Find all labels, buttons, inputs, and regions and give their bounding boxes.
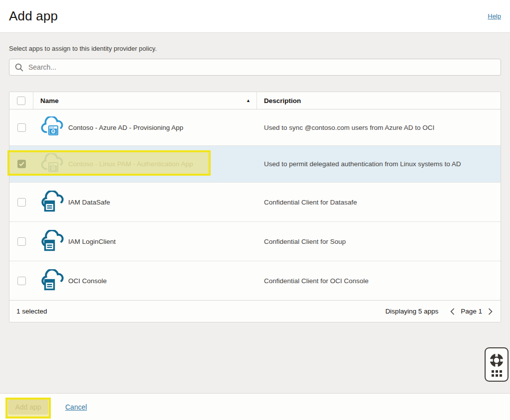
cloud-client-app-icon <box>40 191 66 213</box>
intro-text: Select apps to assign to this identity p… <box>9 45 501 52</box>
app-description: Used to permit delegated authentication … <box>264 160 461 168</box>
action-bar: Add app Cancel <box>0 393 510 420</box>
app-description: Confidential Client for Datasafe <box>264 199 357 206</box>
app-name: Contoso - Azure AD - Provisioning App <box>68 124 183 131</box>
life-ring-icon[interactable] <box>489 353 504 368</box>
page-title: Add app <box>9 8 58 24</box>
cloud-client-app-icon <box>40 270 66 292</box>
dialog-header: Add app Help <box>0 0 510 33</box>
app-grid-icon[interactable] <box>492 370 502 377</box>
row-checkbox[interactable] <box>17 160 26 168</box>
table-row[interactable]: OCI Console Confidential Client for OCI … <box>9 261 501 300</box>
displaying-count: Displaying 5 apps <box>385 308 439 315</box>
cancel-link[interactable]: Cancel <box>65 403 87 411</box>
sort-ascending-icon[interactable]: ▲ <box>246 98 251 103</box>
app-name: OCI Console <box>68 277 107 285</box>
app-name: IAM DataSafe <box>68 199 110 206</box>
search-box[interactable] <box>9 59 501 76</box>
table-row[interactable]: IAM DataSafe Confidential Client for Dat… <box>9 182 501 221</box>
row-checkbox[interactable] <box>17 198 26 207</box>
search-icon <box>14 63 23 72</box>
cloud-client-app-icon <box>40 230 66 252</box>
column-header-description[interactable]: Description <box>257 92 501 109</box>
pagination: Page 1 <box>449 307 494 316</box>
app-description: Used to sync @contoso.com users from Azu… <box>264 124 434 131</box>
dialog-body: Select apps to assign to this identity p… <box>0 45 510 322</box>
search-input[interactable] <box>27 63 496 72</box>
app-description: Confidential Client for Soup <box>264 238 346 245</box>
app-description: Confidential Client for OCI Console <box>264 277 369 285</box>
apps-table: Name ▲ Description Contoso - Azu <box>9 92 501 322</box>
select-all-cell <box>9 92 33 109</box>
app-name: Contoso - Linux PAM - Authentication App <box>68 160 193 168</box>
row-checkbox[interactable] <box>17 123 26 132</box>
app-name: IAM LoginClient <box>68 238 116 245</box>
next-page-button[interactable] <box>487 307 494 316</box>
page-label: Page 1 <box>461 308 482 315</box>
table-row[interactable]: Contoso - Azure AD - Provisioning App Us… <box>9 109 501 145</box>
cloud-sync-app-icon <box>40 153 66 175</box>
chevron-left-icon <box>450 308 455 315</box>
table-row[interactable]: Contoso - Linux PAM - Authentication App… <box>9 145 501 182</box>
table-body: Contoso - Azure AD - Provisioning App Us… <box>9 109 501 300</box>
column-header-name[interactable]: Name ▲ <box>33 92 257 109</box>
select-all-checkbox[interactable] <box>17 97 25 105</box>
cloud-sync-app-icon <box>40 116 66 138</box>
row-checkbox[interactable] <box>17 277 26 285</box>
add-app-button[interactable]: Add app <box>8 400 48 415</box>
table-footer: 1 selected Displaying 5 apps Page 1 <box>9 300 501 322</box>
support-launcher-widget <box>485 347 509 382</box>
table-row[interactable]: IAM LoginClient Confidential Client for … <box>9 221 501 261</box>
table-header-row: Name ▲ Description <box>9 92 501 109</box>
help-link[interactable]: Help <box>488 12 501 20</box>
selected-count: 1 selected <box>16 308 47 315</box>
previous-page-button[interactable] <box>449 307 456 316</box>
row-checkbox[interactable] <box>17 237 26 246</box>
chevron-right-icon <box>488 308 493 315</box>
